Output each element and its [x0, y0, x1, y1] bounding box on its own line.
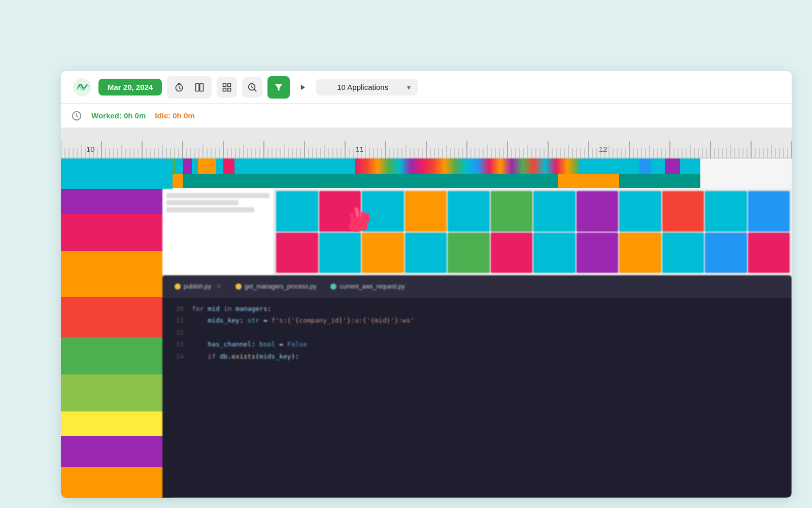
status-clock-icon: [71, 110, 82, 121]
left-side-bars: [61, 158, 173, 498]
timer-icon-button[interactable]: [170, 78, 188, 97]
svg-rect-5: [228, 83, 231, 86]
idle-status: Idle: 0h 0m: [155, 111, 194, 120]
bar-purple-1: [183, 158, 192, 174]
split-view-icon-button[interactable]: [190, 78, 209, 97]
bar-orange-1: [198, 158, 216, 174]
svg-rect-7: [228, 88, 231, 91]
status-bar: Worked: 0h 0m Idle: 0h 0m: [61, 104, 792, 128]
bar-teal-row2-right: [619, 174, 700, 188]
applications-dropdown[interactable]: 10 Applications ▾: [316, 79, 418, 96]
logo-button[interactable]: [71, 76, 93, 99]
svg-rect-3: [200, 83, 204, 91]
play-button[interactable]: [295, 79, 311, 96]
timeline-ruler: 10 11 12: [61, 128, 792, 158]
filter-button[interactable]: [267, 76, 290, 99]
screenshot-content: publish.py ✕ get_managers_process.py cur…: [162, 189, 792, 498]
bar-purple-2: [665, 158, 680, 174]
bar-teal-row2: [183, 174, 599, 188]
bar-blue-1: [639, 158, 651, 174]
view-toggle-group: [167, 76, 212, 99]
timeline-area: 10 11 12: [61, 128, 792, 498]
svg-rect-2: [196, 83, 199, 91]
editor-tab-publish: publish.py ✕: [168, 281, 227, 292]
editor-tab-aws: current_aws_request.py: [324, 281, 411, 292]
ruler-ticks-svg: [61, 141, 792, 158]
date-button[interactable]: Mar 20, 2024: [98, 79, 162, 96]
code-editor: publish.py ✕ get_managers_process.py cur…: [162, 275, 792, 498]
toolbar: Mar 20, 2024: [61, 71, 792, 104]
chevron-down-icon: ▾: [407, 83, 411, 91]
svg-rect-4: [223, 83, 226, 86]
svg-marker-9: [301, 84, 305, 90]
bar-pink-1: [223, 158, 234, 174]
bar-multicolor-1: [355, 158, 579, 174]
applications-label: 10 Applications: [323, 83, 402, 91]
search-clock-button[interactable]: [242, 77, 262, 98]
grid-view-button[interactable]: [217, 77, 237, 98]
editor-tab-managers: get_managers_process.py: [229, 281, 322, 292]
svg-rect-6: [223, 88, 226, 91]
worked-status: Worked: 0h 0m: [91, 111, 146, 120]
